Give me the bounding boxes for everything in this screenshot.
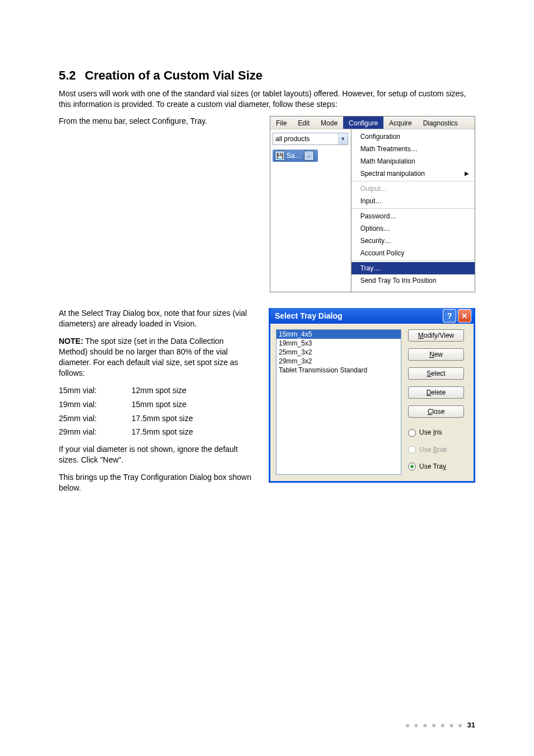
menu-input[interactable]: Input… — [352, 195, 475, 207]
list-item[interactable]: 25mm_3x2 — [277, 348, 401, 357]
menu-account-policy[interactable]: Account Policy — [352, 247, 475, 259]
toolbar-tool-icon[interactable]: – — [304, 151, 314, 161]
tray-listbox[interactable]: 15mm_4x5 19mm_5x3 25mm_3x2 29mm_3x2 Tabl… — [276, 329, 401, 475]
menu-diagnostics[interactable]: Diagnostics — [418, 116, 463, 129]
menu-math-treatments[interactable]: Math Treatments… — [352, 143, 475, 155]
modify-view-button[interactable]: Modify/View — [408, 329, 464, 342]
save-icon[interactable]: 💾 — [275, 151, 285, 161]
section-heading: 5.2Creation of a Custom Vial Size — [59, 67, 475, 84]
page-footer: ■ ■ ■ ■ ■ ■ ■31 — [406, 720, 475, 730]
footer-dots-icon: ■ ■ ■ ■ ■ ■ ■ — [406, 722, 464, 729]
note-paragraph: NOTE: The spot size (set in the Data Col… — [59, 336, 253, 379]
help-button[interactable]: ? — [443, 309, 456, 323]
menu-options[interactable]: Options… — [352, 222, 475, 235]
products-dropdown[interactable]: all products ▼ — [273, 133, 348, 145]
menu-math-manipulation[interactable]: Math Manipulation — [352, 155, 475, 167]
radio-icon — [408, 463, 416, 470]
chevron-down-icon: ▼ — [338, 133, 348, 144]
menu-acquire[interactable]: Acquire — [383, 116, 418, 129]
close-dialog-button[interactable]: Close — [408, 405, 464, 418]
menu-bar: File Edit Mode Configure Acquire Diagnos… — [270, 116, 475, 129]
configure-dropdown: Configuration Math Treatments… Math Mani… — [351, 129, 475, 292]
list-item[interactable]: 19mm_5x3 — [277, 339, 401, 348]
section-title-text: Creation of a Custom Vial Size — [85, 68, 263, 82]
use-boat-radio: Use Boat — [408, 445, 464, 454]
note-text: The spot size (set in the Data Collectio… — [59, 337, 238, 377]
menu-configure[interactable]: Configure — [343, 116, 383, 129]
section-number: 5.2 — [59, 68, 76, 82]
new-button[interactable]: New — [408, 348, 464, 361]
table-row: 25mm vial:17.5mm spot size — [59, 413, 253, 424]
delete-button[interactable]: Delete — [408, 386, 464, 399]
table-row: 29mm vial:17.5mm spot size — [59, 427, 253, 437]
menu-spectral-manipulation[interactable]: Spectral manipulation ▶ — [352, 167, 475, 180]
menu-mode[interactable]: Mode — [315, 116, 343, 129]
note-label: NOTE: — [59, 337, 83, 346]
select-button[interactable]: Select — [408, 367, 464, 380]
radio-icon — [408, 429, 416, 437]
spot-size-table: 15mm vial:12mm spot size 19mm vial:15mm … — [59, 385, 253, 438]
screenshot-configure-menu: File Edit Mode Configure Acquire Diagnos… — [270, 116, 475, 292]
close-button[interactable]: ✕ — [458, 309, 471, 323]
list-item[interactable]: 29mm_3x2 — [277, 357, 401, 366]
step1-text: From the menu bar, select Configure, Tra… — [59, 116, 254, 127]
dialog-title: Select Tray Dialog — [275, 311, 441, 321]
chevron-right-icon: ▶ — [465, 169, 469, 179]
menu-password[interactable]: Password… — [352, 210, 475, 222]
table-row: 19mm vial:15mm spot size — [59, 399, 253, 410]
table-row: 15mm vial:12mm spot size — [59, 385, 253, 396]
dialog-titlebar: Select Tray Dialog ? ✕ — [270, 308, 474, 324]
list-item[interactable]: 15mm_4x5 — [277, 330, 401, 339]
menu-configuration[interactable]: Configuration — [352, 130, 475, 143]
step2-tail2: This brings up the Tray Configuration Di… — [59, 472, 253, 493]
menu-send-tray[interactable]: Send Tray To Iris Position — [352, 274, 475, 287]
products-dropdown-value: all products — [273, 134, 338, 143]
list-item[interactable]: Tablet Transmission Standard — [277, 366, 401, 375]
toolbar-fragment-label: Sa… — [287, 151, 302, 160]
step2-tail1: If your vial diameter is not shown, igno… — [59, 444, 253, 465]
menu-security[interactable]: Security… — [352, 235, 475, 247]
menu-file[interactable]: File — [270, 116, 292, 129]
radio-icon — [408, 446, 416, 454]
select-tray-dialog: Select Tray Dialog ? ✕ 15mm_4x5 19mm_5x3… — [269, 308, 475, 483]
page-number: 31 — [467, 721, 475, 729]
intro-paragraph: Most users will work with one of the sta… — [59, 88, 475, 110]
step2-text: At the Select Tray Dialog box, note that… — [59, 308, 253, 329]
menu-output: Output… — [352, 183, 475, 195]
use-tray-radio[interactable]: Use Tray — [408, 462, 464, 471]
menu-tray[interactable]: Tray… — [352, 262, 475, 274]
menu-edit[interactable]: Edit — [292, 116, 315, 129]
use-iris-radio[interactable]: Use Iris — [408, 428, 464, 437]
toolbar-fragment: 💾 Sa… – — [273, 150, 318, 162]
